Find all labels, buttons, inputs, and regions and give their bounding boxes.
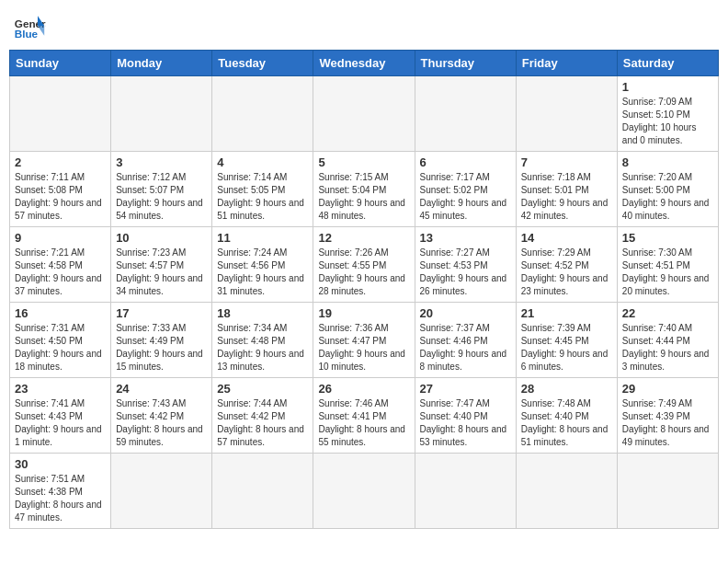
day-number: 15 <box>622 231 713 245</box>
day-cell <box>111 76 212 152</box>
day-cell: 13Sunrise: 7:27 AM Sunset: 4:53 PM Dayli… <box>415 227 516 303</box>
day-cell: 17Sunrise: 7:33 AM Sunset: 4:49 PM Dayli… <box>111 303 212 378</box>
day-info: Sunrise: 7:26 AM Sunset: 4:55 PM Dayligh… <box>318 247 409 298</box>
day-info: Sunrise: 7:29 AM Sunset: 4:52 PM Dayligh… <box>521 247 612 298</box>
day-number: 25 <box>217 382 308 396</box>
day-number: 3 <box>116 155 207 169</box>
column-header-wednesday: Wednesday <box>313 51 415 76</box>
day-cell <box>10 76 111 152</box>
day-info: Sunrise: 7:18 AM Sunset: 5:01 PM Dayligh… <box>521 171 612 223</box>
day-info: Sunrise: 7:20 AM Sunset: 5:00 PM Dayligh… <box>622 171 713 223</box>
day-number: 13 <box>420 231 511 245</box>
column-header-friday: Friday <box>516 51 617 76</box>
header: General Blue <box>9 9 719 42</box>
day-number: 9 <box>15 231 106 245</box>
day-cell <box>516 454 617 529</box>
day-number: 18 <box>217 306 308 320</box>
week-row-1: 1Sunrise: 7:09 AM Sunset: 5:10 PM Daylig… <box>10 76 719 152</box>
day-cell: 24Sunrise: 7:43 AM Sunset: 4:42 PM Dayli… <box>111 378 212 454</box>
day-info: Sunrise: 7:43 AM Sunset: 4:42 PM Dayligh… <box>116 397 207 449</box>
day-number: 4 <box>217 155 308 169</box>
day-info: Sunrise: 7:46 AM Sunset: 4:41 PM Dayligh… <box>318 397 409 449</box>
day-cell: 5Sunrise: 7:15 AM Sunset: 5:04 PM Daylig… <box>313 152 415 227</box>
column-header-monday: Monday <box>111 51 212 76</box>
day-info: Sunrise: 7:09 AM Sunset: 5:10 PM Dayligh… <box>622 96 713 147</box>
day-cell: 22Sunrise: 7:40 AM Sunset: 4:44 PM Dayli… <box>617 303 718 378</box>
day-cell: 25Sunrise: 7:44 AM Sunset: 4:42 PM Dayli… <box>212 378 313 454</box>
day-cell <box>212 76 313 152</box>
day-info: Sunrise: 7:39 AM Sunset: 4:45 PM Dayligh… <box>521 322 612 373</box>
day-number: 11 <box>217 231 308 245</box>
day-cell: 10Sunrise: 7:23 AM Sunset: 4:57 PM Dayli… <box>111 227 212 303</box>
day-number: 5 <box>318 155 409 169</box>
day-info: Sunrise: 7:41 AM Sunset: 4:43 PM Dayligh… <box>15 397 106 449</box>
day-cell: 28Sunrise: 7:48 AM Sunset: 4:40 PM Dayli… <box>516 378 617 454</box>
column-header-thursday: Thursday <box>415 51 516 76</box>
day-cell: 26Sunrise: 7:46 AM Sunset: 4:41 PM Dayli… <box>313 378 415 454</box>
day-info: Sunrise: 7:47 AM Sunset: 4:40 PM Dayligh… <box>420 397 511 449</box>
day-cell: 27Sunrise: 7:47 AM Sunset: 4:40 PM Dayli… <box>415 378 516 454</box>
day-cell <box>516 76 617 152</box>
day-number: 24 <box>116 382 207 396</box>
day-info: Sunrise: 7:48 AM Sunset: 4:40 PM Dayligh… <box>521 397 612 449</box>
day-info: Sunrise: 7:12 AM Sunset: 5:07 PM Dayligh… <box>116 171 207 223</box>
day-number: 30 <box>15 457 106 471</box>
day-cell <box>212 454 313 529</box>
day-number: 26 <box>318 382 409 396</box>
day-cell <box>617 454 718 529</box>
day-number: 10 <box>116 231 207 245</box>
day-info: Sunrise: 7:40 AM Sunset: 4:44 PM Dayligh… <box>622 322 713 373</box>
day-number: 12 <box>318 231 409 245</box>
day-number: 14 <box>521 231 612 245</box>
logo: General Blue <box>13 9 50 42</box>
day-number: 1 <box>622 80 713 94</box>
week-row-2: 2Sunrise: 7:11 AM Sunset: 5:08 PM Daylig… <box>10 152 719 227</box>
day-cell: 4Sunrise: 7:14 AM Sunset: 5:05 PM Daylig… <box>212 152 313 227</box>
day-cell <box>415 454 516 529</box>
day-cell: 6Sunrise: 7:17 AM Sunset: 5:02 PM Daylig… <box>415 152 516 227</box>
day-cell: 12Sunrise: 7:26 AM Sunset: 4:55 PM Dayli… <box>313 227 415 303</box>
day-info: Sunrise: 7:49 AM Sunset: 4:39 PM Dayligh… <box>622 397 713 449</box>
day-number: 22 <box>622 306 713 320</box>
day-info: Sunrise: 7:51 AM Sunset: 4:38 PM Dayligh… <box>15 473 106 524</box>
svg-text:Blue: Blue <box>15 28 39 40</box>
day-info: Sunrise: 7:21 AM Sunset: 4:58 PM Dayligh… <box>15 247 106 298</box>
column-header-tuesday: Tuesday <box>212 51 313 76</box>
day-info: Sunrise: 7:15 AM Sunset: 5:04 PM Dayligh… <box>318 171 409 223</box>
day-info: Sunrise: 7:36 AM Sunset: 4:47 PM Dayligh… <box>318 322 409 373</box>
day-info: Sunrise: 7:17 AM Sunset: 5:02 PM Dayligh… <box>420 171 511 223</box>
day-info: Sunrise: 7:31 AM Sunset: 4:50 PM Dayligh… <box>15 322 106 373</box>
day-number: 19 <box>318 306 409 320</box>
day-number: 28 <box>521 382 612 396</box>
day-number: 20 <box>420 306 511 320</box>
day-cell: 29Sunrise: 7:49 AM Sunset: 4:39 PM Dayli… <box>617 378 718 454</box>
column-header-saturday: Saturday <box>617 51 718 76</box>
day-number: 23 <box>15 382 106 396</box>
day-cell: 7Sunrise: 7:18 AM Sunset: 5:01 PM Daylig… <box>516 152 617 227</box>
day-cell <box>313 454 415 529</box>
day-number: 17 <box>116 306 207 320</box>
day-cell: 15Sunrise: 7:30 AM Sunset: 4:51 PM Dayli… <box>617 227 718 303</box>
day-cell: 21Sunrise: 7:39 AM Sunset: 4:45 PM Dayli… <box>516 303 617 378</box>
day-info: Sunrise: 7:14 AM Sunset: 5:05 PM Dayligh… <box>217 171 308 223</box>
week-row-6: 30Sunrise: 7:51 AM Sunset: 4:38 PM Dayli… <box>10 454 719 529</box>
day-info: Sunrise: 7:30 AM Sunset: 4:51 PM Dayligh… <box>622 247 713 298</box>
day-info: Sunrise: 7:27 AM Sunset: 4:53 PM Dayligh… <box>420 247 511 298</box>
day-cell: 3Sunrise: 7:12 AM Sunset: 5:07 PM Daylig… <box>111 152 212 227</box>
day-info: Sunrise: 7:34 AM Sunset: 4:48 PM Dayligh… <box>217 322 308 373</box>
day-number: 8 <box>622 155 713 169</box>
day-cell: 8Sunrise: 7:20 AM Sunset: 5:00 PM Daylig… <box>617 152 718 227</box>
day-cell <box>111 454 212 529</box>
day-number: 29 <box>622 382 713 396</box>
day-info: Sunrise: 7:37 AM Sunset: 4:46 PM Dayligh… <box>420 322 511 373</box>
day-number: 6 <box>420 155 511 169</box>
day-cell: 20Sunrise: 7:37 AM Sunset: 4:46 PM Dayli… <box>415 303 516 378</box>
day-info: Sunrise: 7:11 AM Sunset: 5:08 PM Dayligh… <box>15 171 106 223</box>
day-cell: 14Sunrise: 7:29 AM Sunset: 4:52 PM Dayli… <box>516 227 617 303</box>
day-info: Sunrise: 7:33 AM Sunset: 4:49 PM Dayligh… <box>116 322 207 373</box>
day-cell: 2Sunrise: 7:11 AM Sunset: 5:08 PM Daylig… <box>10 152 111 227</box>
day-cell <box>313 76 415 152</box>
day-number: 7 <box>521 155 612 169</box>
day-info: Sunrise: 7:24 AM Sunset: 4:56 PM Dayligh… <box>217 247 308 298</box>
day-cell: 19Sunrise: 7:36 AM Sunset: 4:47 PM Dayli… <box>313 303 415 378</box>
